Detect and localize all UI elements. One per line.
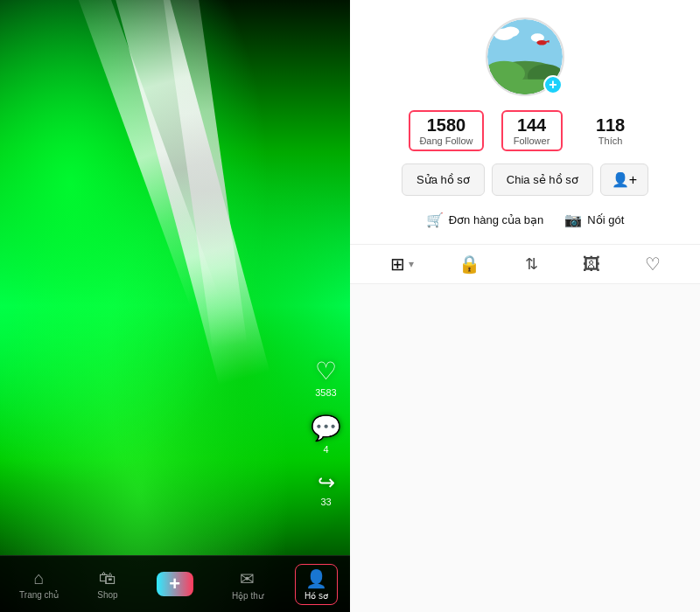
like-count: 3583	[315, 387, 336, 398]
heart-icon: ♡	[315, 357, 337, 386]
followers-number: 144	[517, 115, 546, 136]
avatar-add-icon[interactable]: +	[543, 75, 563, 94]
nav-inbox-label: Hộp thư	[232, 591, 263, 601]
shop-row: 🛒 Đơn hàng của bạn 📷 Nối gót	[426, 212, 625, 228]
repost-icon: ⇅	[525, 254, 538, 274]
rewards-label: Nối gót	[587, 213, 624, 226]
likes-number: 118	[596, 115, 625, 136]
following-label: Đang Follow	[419, 136, 472, 146]
nav-home[interactable]: ⌂ Trang chủ	[12, 565, 66, 603]
rewards-item[interactable]: 📷 Nối gót	[564, 212, 624, 228]
bottom-nav: ⌂ Trang chủ 🛍 Shop + ✉ Hộp thư 👤 Hồ sơ	[0, 555, 350, 612]
stats-row: 1580 Đang Follow 144 Follower 118 Thích	[409, 110, 640, 151]
camera-icon: 📷	[564, 212, 582, 228]
tab-repost[interactable]: ⇅	[525, 254, 538, 275]
nav-shop-label: Shop	[97, 590, 117, 600]
add-friend-icon: 👤+	[612, 172, 637, 187]
nav-home-label: Trang chủ	[19, 590, 59, 600]
content-area	[350, 284, 700, 612]
nav-plus[interactable]: +	[150, 568, 200, 600]
comment-icon: 💬	[311, 414, 341, 442]
orders-label: Đơn hàng của bạn	[449, 213, 544, 226]
share-count: 33	[320, 497, 331, 507]
comment-action[interactable]: 💬 4	[311, 414, 341, 455]
inbox-icon: ✉	[240, 568, 255, 589]
home-icon: ⌂	[34, 568, 45, 588]
stat-followers[interactable]: 144 Follower	[501, 110, 563, 151]
share-icon: ↪	[318, 470, 335, 495]
tab-grid[interactable]: ⊞ ▾	[390, 254, 414, 275]
nav-profile[interactable]: 👤 Hồ sơ	[295, 564, 338, 605]
comment-count: 4	[323, 444, 328, 455]
stat-following[interactable]: 1580 Đang Follow	[409, 110, 483, 151]
tab-liked[interactable]: ♡	[645, 254, 661, 275]
plus-button[interactable]: +	[157, 572, 193, 596]
svg-rect-11	[539, 41, 541, 45]
nav-inbox[interactable]: ✉ Hộp thư	[225, 565, 270, 604]
following-number: 1580	[427, 115, 466, 136]
edit-profile-button[interactable]: Sửa hồ sơ	[402, 163, 485, 196]
gallery-icon: 🖼	[583, 254, 600, 275]
heart-outline-icon: ♡	[645, 254, 661, 275]
chevron-down-icon: ▾	[409, 258, 414, 270]
orders-item[interactable]: 🛒 Đơn hàng của bạn	[426, 212, 544, 228]
share-action[interactable]: ↪ 33	[318, 470, 335, 507]
svg-point-9	[536, 40, 546, 45]
like-action[interactable]: ♡ 3583	[315, 357, 337, 398]
likes-label: Thích	[598, 136, 623, 146]
right-panel: + 1580 Đang Follow 144 Follower 118 Thíc…	[350, 0, 700, 612]
nav-profile-label: Hồ sơ	[304, 591, 328, 601]
lock-icon: 🔒	[458, 254, 480, 275]
cart-icon: 🛒	[426, 212, 444, 228]
share-profile-button[interactable]: Chia sẻ hồ sơ	[492, 163, 593, 196]
side-actions: ♡ 3583 💬 4 ↪ 33	[311, 357, 341, 507]
add-friend-button[interactable]: 👤+	[600, 163, 648, 196]
profile-buttons: Sửa hồ sơ Chia sẻ hồ sơ 👤+	[402, 163, 648, 196]
profile-icon: 👤	[305, 568, 327, 589]
svg-point-3	[502, 27, 519, 37]
avatar-container: +	[486, 17, 564, 96]
followers-label: Follower	[514, 136, 550, 146]
tab-gallery[interactable]: 🖼	[583, 254, 600, 275]
tab-lock[interactable]: 🔒	[458, 254, 480, 275]
grid-icon: ⊞	[390, 254, 405, 275]
left-panel: ♡ 3583 💬 4 ↪ 33 ⌂ Trang chủ 🛍 Shop + ✉ H	[0, 0, 350, 612]
nav-shop[interactable]: 🛍 Shop	[90, 565, 124, 603]
shop-icon: 🛍	[99, 568, 116, 588]
stat-likes[interactable]: 118 Thích	[580, 115, 641, 146]
plus-icon: +	[169, 573, 180, 595]
tabs-row: ⊞ ▾ 🔒 ⇅ 🖼 ♡	[350, 244, 700, 284]
